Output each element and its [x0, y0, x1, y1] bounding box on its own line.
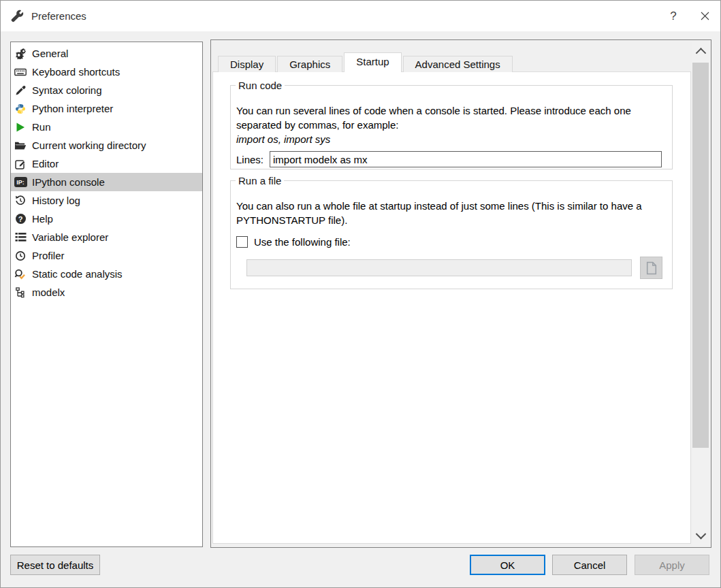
scrollbar-thumb[interactable]	[692, 63, 709, 448]
preferences-dialog: Preferences ? General Keyboard shortcuts	[0, 0, 721, 588]
tab-display[interactable]: Display	[218, 56, 276, 72]
tab-graphics[interactable]: Graphics	[277, 56, 342, 72]
sidebar-item-general[interactable]: General	[11, 44, 202, 63]
ipython-console-icon: IP:	[14, 177, 27, 187]
run-a-file-groupbox: Run a file You can also run a whole file…	[230, 180, 673, 289]
browse-file-button	[640, 257, 662, 279]
sidebar-item-python-interpreter[interactable]: Python interpreter	[11, 99, 202, 118]
sidebar-item-help[interactable]: ? Help	[11, 210, 202, 228]
window-title: Preferences	[31, 10, 86, 22]
clock-icon	[14, 250, 27, 261]
ok-button[interactable]: OK	[470, 555, 545, 575]
lines-input[interactable]	[270, 151, 662, 167]
tab-startup[interactable]: Startup	[344, 52, 401, 72]
wrench-icon	[10, 10, 24, 23]
apply-button: Apply	[635, 555, 709, 575]
vertical-scrollbar[interactable]	[692, 42, 709, 546]
sidebar-item-syntax-coloring[interactable]: Syntax coloring	[11, 81, 202, 99]
eyedropper-icon	[14, 85, 27, 96]
sidebar-item-history-log[interactable]: History log	[11, 191, 202, 210]
editor-icon	[14, 159, 27, 169]
sidebar-item-static-code-analysis[interactable]: Static code analysis	[11, 265, 202, 283]
scroll-down-button[interactable]	[692, 525, 709, 546]
sidebar-item-label: Editor	[32, 158, 59, 169]
sidebar-item-profiler[interactable]: Profiler	[11, 246, 202, 265]
gears-icon	[14, 48, 27, 59]
preferences-section-list: General Keyboard shortcuts Syntax colori…	[10, 42, 203, 547]
sidebar-item-label: Syntax coloring	[32, 84, 102, 96]
list-icon	[14, 232, 27, 242]
run-code-example: import os, import sys	[236, 132, 667, 146]
python-icon	[14, 103, 27, 114]
code-analysis-icon	[14, 269, 27, 280]
sidebar-item-modelx[interactable]: modelx	[11, 283, 202, 301]
scroll-up-button[interactable]	[692, 42, 709, 62]
sidebar-item-label: General	[32, 48, 68, 59]
reset-to-defaults-button[interactable]: Reset to defaults	[10, 555, 100, 575]
chevron-down-icon	[695, 528, 706, 539]
sidebar-item-label: Variable explorer	[32, 231, 108, 243]
file-document-icon	[645, 261, 658, 275]
sidebar-item-label: Help	[32, 213, 53, 225]
sidebar-item-variable-explorer[interactable]: Variable explorer	[11, 228, 202, 246]
sidebar-item-label: Python interpreter	[32, 103, 113, 114]
chevron-up-icon	[695, 48, 706, 59]
sidebar-item-label: Run	[32, 121, 51, 133]
sidebar-item-label: IPython console	[32, 176, 105, 188]
sidebar-item-label: modelx	[32, 287, 65, 298]
sidebar-item-label: History log	[32, 195, 80, 206]
tab-bar: Display Graphics Startup Advanced Settin…	[218, 54, 514, 72]
sidebar-item-ipython-console[interactable]: IP: IPython console	[11, 173, 202, 191]
run-code-groupbox: Run code You can run several lines of co…	[230, 85, 673, 169]
tab-advanced-settings[interactable]: Advanced Settings	[403, 56, 513, 72]
use-following-file-checkbox[interactable]	[236, 236, 248, 248]
startup-file-input	[246, 259, 632, 276]
sidebar-item-keyboard-shortcuts[interactable]: Keyboard shortcuts	[11, 63, 202, 81]
help-button[interactable]: ?	[658, 1, 689, 31]
help-icon: ?	[14, 214, 27, 224]
sidebar-item-label: Current working directory	[32, 140, 146, 151]
sidebar-item-run[interactable]: Run	[11, 118, 202, 136]
sidebar-item-label: Static code analysis	[32, 268, 123, 280]
run-a-file-group-title: Run a file	[236, 175, 284, 186]
close-icon	[701, 12, 709, 20]
folder-icon	[14, 140, 27, 151]
history-icon	[14, 195, 27, 206]
use-following-file-label: Use the following file:	[254, 236, 351, 248]
run-code-group-title: Run code	[236, 80, 285, 91]
lines-label: Lines:	[236, 154, 263, 165]
sidebar-item-label: Keyboard shortcuts	[32, 66, 120, 78]
run-code-description: You can run several lines of code when a…	[236, 103, 667, 146]
cancel-button[interactable]: Cancel	[552, 555, 627, 575]
keyboard-icon	[14, 67, 27, 78]
run-a-file-description: You can also run a whole file at startup…	[236, 199, 667, 227]
sidebar-item-label: Profiler	[32, 250, 65, 261]
run-icon	[14, 122, 27, 133]
tree-icon	[14, 287, 27, 298]
startup-tab-page: Run code You can run several lines of co…	[212, 71, 691, 544]
sidebar-item-editor[interactable]: Editor	[11, 154, 202, 173]
close-button[interactable]	[689, 1, 720, 31]
title-bar: Preferences ?	[1, 1, 720, 31]
sidebar-item-current-working-directory[interactable]: Current working directory	[11, 136, 202, 154]
settings-panel: Display Graphics Startup Advanced Settin…	[210, 39, 711, 548]
